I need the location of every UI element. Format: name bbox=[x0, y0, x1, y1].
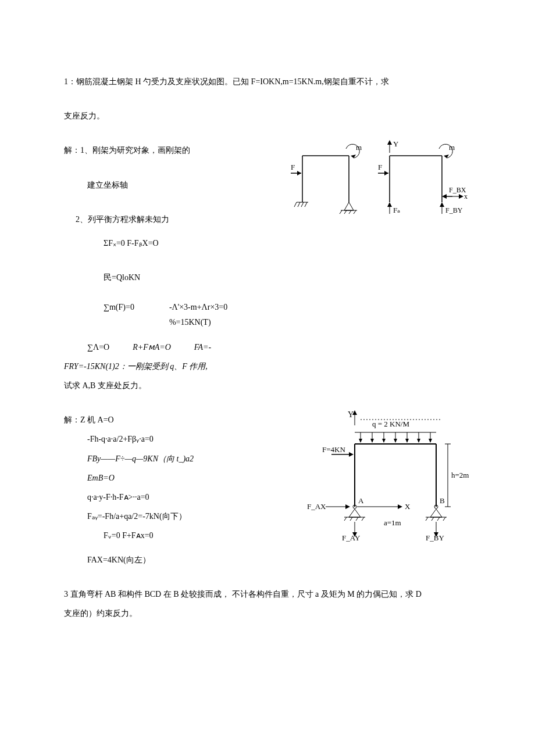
svg-marker-38 bbox=[394, 439, 397, 443]
svg-line-3 bbox=[301, 202, 304, 207]
frame-diagram-2: Y q = 2 KN/M bbox=[297, 408, 471, 547]
p1-sol-h1: 解：1、刚架为研究对象，画刚架的 bbox=[64, 143, 291, 157]
svg-marker-13 bbox=[297, 171, 301, 175]
label-Y: Y bbox=[393, 139, 399, 148]
p2-eq1: -Fh-q·a·a/2+Fβᵧ·a=0 bbox=[87, 432, 297, 446]
svg-marker-56 bbox=[398, 504, 402, 509]
p1-eq3-col: -Λ'×3-m+Λr×3=0 %=15KN(T) bbox=[169, 300, 227, 329]
label-X: X bbox=[405, 502, 411, 511]
p1-sol-h3: 2、列平衡方程求解未知力 bbox=[76, 212, 291, 227]
svg-marker-52 bbox=[349, 452, 354, 457]
svg-marker-18 bbox=[384, 171, 388, 175]
svg-line-67 bbox=[437, 517, 440, 521]
svg-marker-70 bbox=[345, 504, 350, 509]
p1-eq4b: R+FᴍA=O bbox=[133, 340, 171, 354]
p2-text: 解：Z 机 A=O -Fh-q·a·a/2+Fβᵧ·a=0 FBy——F÷—q—… bbox=[64, 408, 297, 547]
svg-marker-22 bbox=[459, 194, 463, 199]
p1-figure: m F Y bbox=[291, 138, 471, 225]
svg-marker-26 bbox=[440, 202, 444, 207]
svg-line-65 bbox=[426, 517, 428, 521]
label-FAY: F_AY bbox=[342, 533, 361, 542]
p2-eq3: EmB=O bbox=[87, 471, 297, 485]
p1-eq4c: FA=- bbox=[194, 340, 211, 354]
svg-marker-24 bbox=[442, 194, 447, 199]
label-h: h=2m bbox=[451, 471, 469, 479]
p1-line2: 支座反力。 bbox=[64, 109, 471, 123]
p1-sol-h2: 建立坐标轴 bbox=[87, 178, 291, 192]
p1-eq4-row: ∑Λ=O R+FᴍA=O FA=- bbox=[87, 340, 471, 354]
label-F-3: F=4KN bbox=[322, 445, 345, 454]
p1-eq4d: FRY=-15KN(1)2：一刚架受到 q、F 作用, bbox=[64, 359, 471, 374]
svg-marker-32 bbox=[359, 439, 362, 443]
label-F-1: F bbox=[291, 163, 295, 171]
svg-line-10 bbox=[354, 210, 356, 214]
p1-eq3c: %=15KN(T) bbox=[169, 315, 227, 329]
p2-eq5: Fₐᵧ=-Fh/a+qa/2=-7kN(向下） bbox=[87, 509, 297, 524]
svg-line-61 bbox=[356, 517, 358, 521]
svg-line-68 bbox=[443, 517, 445, 521]
p3-line1: 3 直角弯杆 AB 和构件 BCD 在 B 处较接而成， 不计各构件自重，尺寸 … bbox=[64, 587, 471, 601]
p2-row: 解：Z 机 A=O -Fh-q·a·a/2+Fβᵧ·a=0 FBy——F÷—q—… bbox=[64, 408, 471, 547]
label-B: B bbox=[440, 496, 445, 505]
label-q: q = 2 KN/M bbox=[372, 420, 409, 428]
p1-sol-row: 解：1、刚架为研究对象，画刚架的 建立坐标轴 2、列平衡方程求解未知力 bbox=[64, 138, 471, 231]
label-A: A bbox=[358, 496, 364, 505]
svg-marker-36 bbox=[382, 439, 386, 443]
svg-marker-44 bbox=[429, 439, 432, 443]
p3-line2: 支座的）约束反力。 bbox=[64, 606, 471, 621]
p2-sol-h: 解：Z 机 A=O bbox=[64, 413, 297, 427]
svg-line-4 bbox=[305, 202, 307, 207]
label-FAX: F_AX bbox=[307, 502, 326, 511]
label-FBY: F_BY bbox=[445, 206, 463, 214]
p1-eq4a: ∑Λ=O bbox=[87, 340, 109, 354]
label-m-2: m bbox=[449, 143, 455, 152]
svg-marker-42 bbox=[417, 439, 420, 443]
p1-eq4e: 试求 A,B 支座处反力。 bbox=[64, 378, 471, 393]
p2-eq2: FBy——F÷—q—9KN（向 t_)a2 bbox=[87, 452, 297, 466]
label-x: x bbox=[464, 192, 468, 200]
p1-eq3-row: ∑m(F)=0 -Λ'×3-m+Λr×3=0 %=15KN(T) bbox=[104, 300, 471, 329]
svg-marker-20 bbox=[387, 202, 392, 207]
svg-line-59 bbox=[344, 517, 347, 521]
svg-marker-34 bbox=[370, 439, 374, 443]
svg-marker-63 bbox=[430, 509, 442, 517]
svg-line-9 bbox=[349, 210, 351, 214]
p1-eq1: ΣFₓ=0 F-FᵦX=O bbox=[104, 236, 471, 250]
svg-line-60 bbox=[350, 517, 352, 521]
svg-line-1 bbox=[294, 202, 297, 207]
p1-eq2: 民=QloKN bbox=[104, 270, 471, 285]
label-FBY-2: F_BY bbox=[426, 533, 444, 542]
p1-eq3b: -Λ'×3-m+Λr×3=0 bbox=[169, 300, 227, 314]
p1-eq3a: ∑m(F)=0 bbox=[104, 300, 134, 314]
p1-line1: 1：钢筋混凝土钢架 H 勺受力及支座状况如图。已知 F=IOKN,m=15KN.… bbox=[64, 74, 471, 89]
svg-line-7 bbox=[340, 210, 342, 214]
label-F-2: F bbox=[378, 163, 382, 171]
svg-marker-40 bbox=[405, 439, 409, 443]
label-FA: Fₐ bbox=[393, 206, 400, 214]
p2-figure: Y q = 2 KN/M bbox=[297, 408, 471, 547]
document-page: 1：钢筋混凝土钢架 H 勺受力及支座状况如图。已知 F=IOKN,m=15KN.… bbox=[0, 0, 535, 660]
svg-line-2 bbox=[298, 202, 300, 207]
svg-marker-57 bbox=[349, 509, 361, 517]
label-Y-2: Y bbox=[348, 410, 354, 419]
label-m-1: m bbox=[356, 143, 362, 152]
frame-diagram-1: m F Y bbox=[291, 138, 471, 225]
svg-line-8 bbox=[344, 210, 347, 214]
svg-marker-5 bbox=[344, 202, 354, 210]
p2-eq4: q·a·y-F·h-Fᴀ>··a=0 bbox=[87, 490, 297, 504]
svg-line-66 bbox=[431, 517, 434, 521]
p1-sol-text: 解：1、刚架为研究对象，画刚架的 建立坐标轴 2、列平衡方程求解未知力 bbox=[64, 138, 291, 231]
svg-marker-15 bbox=[387, 140, 392, 145]
svg-line-62 bbox=[362, 517, 364, 521]
p2-eq7: FAX=4KN(向左） bbox=[87, 553, 471, 567]
label-a: a=1m bbox=[384, 518, 401, 527]
p2-eq6: Fᵥ=0 F+Fᴀx=0 bbox=[104, 528, 297, 543]
